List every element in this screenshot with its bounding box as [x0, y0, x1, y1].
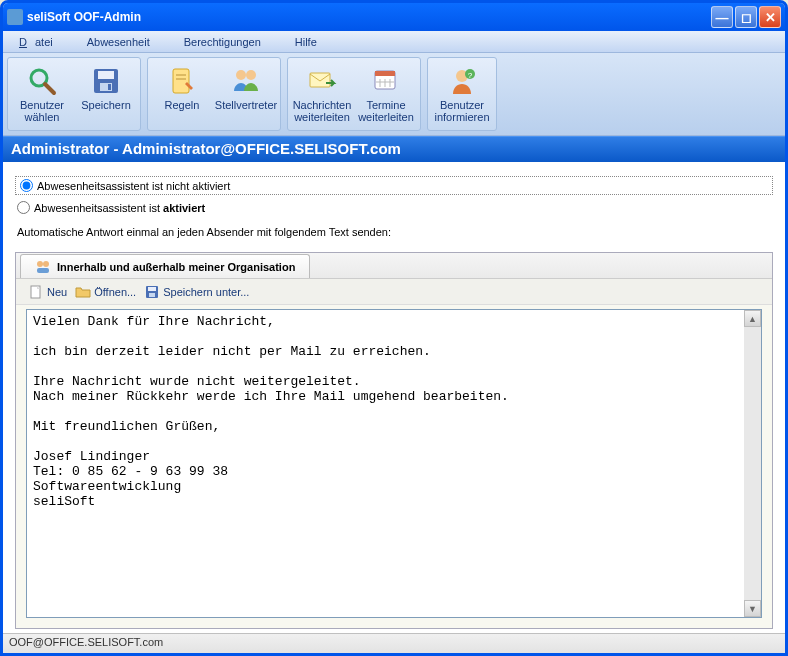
forward-appointments-button[interactable]: Termineweiterleiten [355, 61, 417, 127]
forward-messages-label: Nachrichtenweiterleiten [293, 99, 352, 123]
window-buttons: — ◻ ✕ [711, 6, 781, 28]
rules-button[interactable]: Regeln [151, 61, 213, 127]
save-label: Speichern [81, 99, 131, 111]
reply-text-area[interactable]: Vielen Dank für Ihre Nachricht, ich bin … [27, 310, 744, 617]
forward-appointments-label: Termineweiterleiten [358, 99, 414, 123]
delegates-label: Stellvertreter [215, 99, 277, 111]
save-button[interactable]: Speichern [75, 61, 137, 127]
new-button[interactable]: Neu [28, 284, 67, 300]
svg-rect-26 [148, 287, 156, 291]
scroll-track[interactable] [744, 327, 761, 600]
folder-open-icon [75, 284, 91, 300]
tab-inside-outside[interactable]: Innerhalb und außerhalb meiner Organisat… [20, 254, 310, 278]
menu-berechtigungen[interactable]: Berechtigungen [168, 34, 277, 50]
tab-label: Innerhalb und außerhalb meiner Organisat… [57, 261, 295, 273]
toolgroup-inform: ? Benutzerinformieren [427, 57, 497, 131]
radio-not-activated-label: Abwesenheitsassistent ist nicht aktivier… [37, 180, 230, 192]
menu-abwesenheit[interactable]: Abwesenheit [71, 34, 166, 50]
open-button[interactable]: Öffnen... [75, 284, 136, 300]
toolgroup-rules: Regeln Stellvertreter [147, 57, 281, 131]
maximize-button[interactable]: ◻ [735, 6, 757, 28]
app-icon [7, 9, 23, 25]
new-doc-icon [28, 284, 44, 300]
select-user-button[interactable]: Benutzerwählen [11, 61, 73, 127]
save-as-button[interactable]: Speichern unter... [144, 284, 249, 300]
reply-tab-container: Innerhalb und außerhalb meiner Organisat… [15, 252, 773, 629]
radio-not-activated-row[interactable]: Abwesenheitsassistent ist nicht aktivier… [15, 176, 773, 195]
floppy-icon [90, 65, 122, 97]
svg-rect-3 [98, 71, 114, 79]
rules-icon [166, 65, 198, 97]
select-user-label: Benutzerwählen [20, 99, 64, 123]
inform-user-button[interactable]: ? Benutzerinformieren [431, 61, 493, 127]
new-label: Neu [47, 286, 67, 298]
rules-label: Regeln [165, 99, 200, 111]
close-button[interactable]: ✕ [759, 6, 781, 28]
forward-messages-button[interactable]: Nachrichtenweiterleiten [291, 61, 353, 127]
svg-point-10 [246, 70, 256, 80]
app-window: seliSoft OOF-Admin — ◻ ✕ Datei Abwesenhe… [0, 0, 788, 656]
inform-user-label: Benutzerinformieren [434, 99, 489, 123]
menu-hilfe[interactable]: Hilfe [279, 34, 333, 50]
radio-activated-row[interactable]: Abwesenheitsassistent ist aktiviert [15, 201, 773, 214]
toolgroup-forward: Nachrichtenweiterleiten Termineweiterlei… [287, 57, 421, 131]
radio-activated[interactable] [17, 201, 30, 214]
svg-rect-11 [310, 73, 330, 87]
reply-text-wrap: Vielen Dank für Ihre Nachricht, ich bin … [26, 309, 762, 618]
menu-datei[interactable]: Datei [11, 34, 69, 50]
content-area: Abwesenheitsassistent ist nicht aktivier… [3, 162, 785, 633]
scroll-down-button[interactable]: ▼ [744, 600, 761, 617]
titlebar: seliSoft OOF-Admin — ◻ ✕ [3, 3, 785, 31]
svg-rect-23 [37, 268, 49, 273]
people-icon [230, 65, 262, 97]
svg-rect-6 [173, 69, 189, 93]
magnifier-icon [26, 65, 58, 97]
floppy-small-icon [144, 284, 160, 300]
editor-toolbar: Neu Öffnen... Speichern unter... [16, 279, 772, 305]
mail-forward-icon [306, 65, 338, 97]
save-as-label: Speichern unter... [163, 286, 249, 298]
minimize-button[interactable]: — [711, 6, 733, 28]
svg-point-22 [43, 261, 49, 267]
svg-point-9 [236, 70, 246, 80]
auto-reply-description: Automatische Antwort einmal an jeden Abs… [17, 226, 773, 238]
admin-header: Administrator - Administrator@OFFICE.SEL… [3, 136, 785, 162]
delegates-button[interactable]: Stellvertreter [215, 61, 277, 127]
scroll-up-button[interactable]: ▲ [744, 310, 761, 327]
svg-rect-5 [108, 84, 111, 90]
radio-not-activated[interactable] [20, 179, 33, 192]
toolbar: Benutzerwählen Speichern Regeln Stel [3, 53, 785, 136]
radio-activated-label: Abwesenheitsassistent ist aktiviert [34, 202, 205, 214]
statusbar: OOF@OFFICE.SELISOFT.com [3, 633, 785, 653]
svg-rect-13 [375, 71, 395, 76]
svg-point-21 [37, 261, 43, 267]
svg-line-1 [45, 84, 54, 93]
tab-people-icon [35, 259, 51, 275]
calendar-forward-icon [370, 65, 402, 97]
vertical-scrollbar[interactable]: ▲ ▼ [744, 310, 761, 617]
svg-rect-27 [149, 293, 155, 297]
menubar: Datei Abwesenheit Berechtigungen Hilfe [3, 31, 785, 53]
svg-text:?: ? [468, 71, 473, 80]
open-label: Öffnen... [94, 286, 136, 298]
window-title: seliSoft OOF-Admin [27, 10, 711, 24]
toolgroup-main: Benutzerwählen Speichern [7, 57, 141, 131]
tab-header: Innerhalb und außerhalb meiner Organisat… [16, 253, 772, 279]
user-info-icon: ? [446, 65, 478, 97]
